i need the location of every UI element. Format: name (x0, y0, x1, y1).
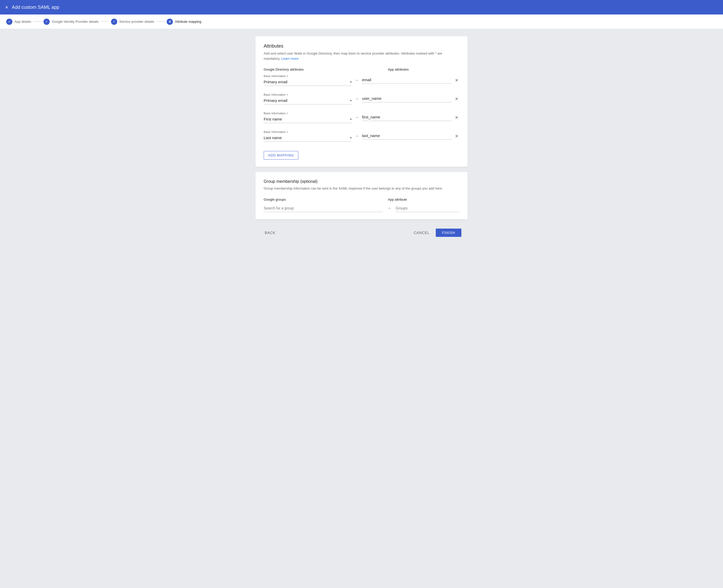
group-search-input[interactable] (264, 205, 383, 212)
group-column-headers: Google groups App attribute (264, 197, 459, 202)
top-bar: × Add custom SAML app (0, 0, 723, 15)
google-dir-col-header: Google Directory attributes (264, 67, 304, 71)
mapping-row-2: Basic Information > Primary email ▾ → ✕ (264, 93, 459, 104)
google-sublabel-2: Basic Information > (264, 93, 352, 96)
group-title: Group membership (optional) (264, 179, 459, 184)
step-2-number: ✓ (45, 20, 48, 23)
remove-mapping-4-button[interactable]: ✕ (454, 133, 459, 140)
google-select-value-2: Primary email (264, 98, 287, 103)
google-select-3[interactable]: First name ▾ (264, 116, 352, 123)
google-attr-3: Basic Information > First name ▾ (264, 112, 352, 123)
google-select-2[interactable]: Primary email ▾ (264, 97, 352, 104)
attributes-desc: Add and select user fields in Google Dir… (264, 51, 459, 61)
google-select-value-1: Primary email (264, 80, 287, 84)
arrow-icon-1: → (352, 78, 362, 83)
group-app-attr-input[interactable] (396, 205, 459, 212)
main-content: Attributes Add and select user fields in… (250, 29, 473, 246)
google-select-value-4: Last name (264, 135, 282, 140)
add-mapping-button[interactable]: ADD MAPPING (264, 151, 298, 160)
step-2: ✓ Google Identity Provider details (43, 19, 99, 25)
finish-button[interactable]: FINISH (436, 229, 461, 237)
google-attr-1: Basic Information > Primary email ▾ (264, 75, 352, 86)
app-attr-field-1: ✕ (362, 77, 459, 84)
remove-mapping-3-button[interactable]: ✕ (454, 114, 459, 121)
app-attr-field-4: ✕ (362, 132, 459, 140)
footer-right-actions: CANCEL FINISH (409, 229, 461, 237)
step-1: ✓ App details (6, 19, 31, 25)
back-button[interactable]: BACK (262, 229, 278, 237)
app-attr-field-3: ✕ (362, 114, 459, 121)
close-button[interactable]: × (5, 5, 8, 10)
google-groups-col-header: Google groups (264, 197, 286, 202)
step-1-circle: ✓ (6, 19, 13, 25)
group-desc: Group membership information can be sent… (264, 186, 459, 191)
step-4-label: Attribute mapping (175, 20, 201, 23)
app-attr-input-1[interactable] (362, 77, 452, 84)
chevron-down-icon-2: ▾ (350, 99, 352, 102)
step-3-label: Service provider details (119, 20, 154, 23)
chevron-down-icon-1: ▾ (350, 80, 352, 84)
app-attr-input-4[interactable] (362, 132, 452, 140)
google-select-4[interactable]: Last name ▾ (264, 134, 352, 142)
cancel-button[interactable]: CANCEL (409, 229, 434, 237)
app-attr-input-3[interactable] (362, 114, 452, 121)
attributes-title: Attributes (264, 43, 459, 49)
group-search-row: → (264, 205, 459, 212)
step-3: ✓ Service provider details (111, 19, 154, 25)
step-connector-1 (33, 21, 41, 22)
step-2-circle: ✓ (43, 19, 50, 25)
arrow-icon-3: → (352, 115, 362, 120)
group-membership-card: Group membership (optional) Group member… (255, 172, 468, 219)
google-select-value-3: First name (264, 117, 282, 121)
step-connector-2 (101, 21, 109, 22)
google-attr-4: Basic Information > Last name ▾ (264, 130, 352, 142)
step-3-circle: ✓ (111, 19, 117, 25)
chevron-down-icon-4: ▾ (350, 136, 352, 140)
arrow-icon-4: → (352, 134, 362, 138)
stepper-bar: ✓ App details ✓ Google Identity Provider… (0, 15, 723, 29)
google-sublabel-3: Basic Information > (264, 112, 352, 115)
step-3-number: ✓ (113, 20, 115, 23)
mapping-row-3: Basic Information > First name ▾ → ✕ (264, 112, 459, 123)
step-1-label: App details (15, 20, 31, 23)
google-sublabel-4: Basic Information > (264, 130, 352, 133)
google-sublabel-1: Basic Information > (264, 75, 352, 78)
attr-column-headers: Google Directory attributes App attribut… (264, 67, 459, 71)
dialog-title: Add custom SAML app (12, 5, 59, 10)
attributes-card: Attributes Add and select user fields in… (255, 36, 468, 167)
step-4: 4 Attribute mapping (167, 19, 201, 25)
footer-bar: BACK CANCEL FINISH (255, 225, 468, 241)
app-attr-col-header: App attributes (388, 67, 408, 71)
step-1-number: ✓ (8, 20, 11, 23)
group-arrow-icon: → (383, 206, 396, 210)
google-attr-2: Basic Information > Primary email ▾ (264, 93, 352, 104)
app-attr-group-col-header: App attribute (388, 197, 407, 202)
mapping-row-1: Basic Information > Primary email ▾ → ✕ (264, 75, 459, 86)
app-attr-field-2: ✕ (362, 95, 459, 102)
remove-mapping-2-button[interactable]: ✕ (454, 96, 459, 102)
learn-more-link[interactable]: Learn more (281, 57, 298, 61)
app-attr-input-2[interactable] (362, 95, 452, 102)
step-connector-3 (156, 21, 165, 22)
mapping-row-4: Basic Information > Last name ▾ → ✕ (264, 130, 459, 142)
chevron-down-icon-3: ▾ (350, 118, 352, 121)
arrow-icon-2: → (352, 97, 362, 101)
google-select-1[interactable]: Primary email ▾ (264, 79, 352, 86)
remove-mapping-1-button[interactable]: ✕ (454, 77, 459, 84)
step-4-number: 4 (169, 20, 170, 23)
step-2-label: Google Identity Provider details (52, 20, 99, 23)
step-4-circle: 4 (167, 19, 173, 25)
